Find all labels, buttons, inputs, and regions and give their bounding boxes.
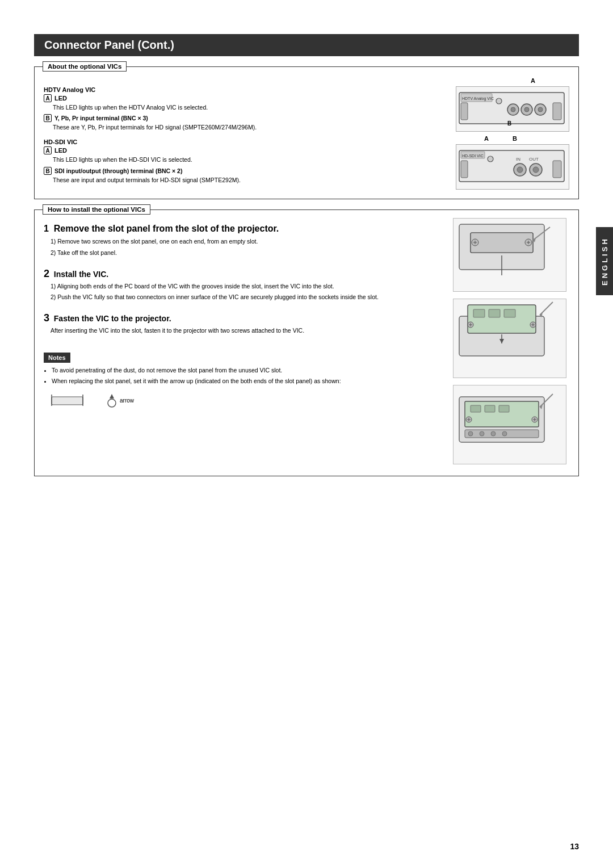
hdsdi-a-label: A	[44, 146, 52, 154]
about-vics-text: HDTV Analog VIC A LED This LED lights up…	[44, 75, 435, 191]
hdtv-vic-title: HDTV Analog VIC	[44, 86, 435, 93]
hdtv-led-row: A LED	[44, 94, 435, 102]
arrow-label: arrow	[120, 397, 134, 404]
page-number: 13	[570, 842, 579, 851]
svg-point-16	[488, 156, 493, 162]
step1-title: 1 Remove the slot panel from the slot of…	[44, 224, 444, 234]
hdsdi-b-title: SDI input/output (through) terminal (BNC…	[54, 167, 182, 174]
hdtv-led-desc: This LED lights up when the HDTV Analog …	[53, 103, 435, 112]
section-title: Connector Panel (Cont.)	[34, 34, 579, 56]
svg-rect-43	[468, 305, 536, 333]
svg-point-72	[480, 431, 484, 436]
hdtv-b-label: B	[44, 114, 52, 122]
hdsdi-b-desc: These are input and output terminals for…	[53, 176, 435, 184]
install-vics-panel: How to install the optional VICs 1 Remov…	[34, 209, 579, 476]
hdsdi-diagram: A B HD-SDI VIC IN OUT	[456, 144, 569, 191]
hdsdi-b-row: B SDI input/output (through) terminal (B…	[44, 167, 435, 175]
hdsdi-vic-svg: HD-SDI VIC IN OUT	[456, 144, 569, 190]
step2-title: 2 Install the VIC.	[44, 268, 444, 280]
step2-number: 2	[44, 268, 49, 279]
hdtv-vic-svg: HDTV Analog VIC	[456, 86, 569, 132]
hdtv-b-row: B Y, Pb, Pr input terminal (BNC × 3)	[44, 114, 435, 122]
svg-rect-23	[553, 161, 561, 178]
about-vics-panel: About the optional VICs HDTV Analog VIC …	[34, 66, 579, 199]
svg-rect-25	[52, 397, 83, 405]
svg-rect-60	[485, 405, 495, 412]
install-content: 1 Remove the slot panel from the slot of…	[44, 218, 569, 468]
step3-title: 3 Fasten the VIC to the projector.	[44, 312, 444, 324]
svg-point-3	[496, 98, 502, 104]
svg-rect-10	[553, 103, 561, 120]
step2-sub1: 1) Aligning both ends of the PC board of…	[51, 282, 444, 291]
svg-text:IN: IN	[516, 157, 520, 162]
svg-rect-44	[473, 309, 485, 317]
hdtv-led-label: LED	[54, 95, 67, 102]
note1: To avoid penetrating of the dust, do not…	[52, 366, 444, 375]
page-wrapper: Connector Panel (Cont.) About the option…	[0, 0, 613, 868]
hdsdi-vic-title: HD-SDI VIC	[44, 139, 435, 145]
svg-text:OUT: OUT	[529, 157, 539, 162]
svg-rect-11	[461, 103, 468, 120]
hdtv-a-label: A	[44, 94, 52, 102]
about-vics-label: About the optional VICs	[43, 61, 127, 72]
hdsdi-led-desc: This LED lights up when the HD-SDI VIC i…	[53, 156, 435, 164]
svg-point-5	[511, 107, 515, 112]
step3-container: 3 Fasten the VIC to the projector. After…	[44, 312, 444, 336]
notes-section: Notes To avoid penetrating of the dust, …	[44, 353, 444, 411]
step1-sub1: 1) Remove two screws on the slot panel, …	[51, 237, 444, 246]
svg-rect-46	[504, 309, 515, 317]
install-vics-label: How to install the optional VICs	[43, 204, 150, 215]
svg-text:B: B	[507, 120, 511, 127]
svg-rect-70	[465, 430, 539, 438]
svg-point-22	[533, 167, 539, 173]
svg-text:HDTV Analog VIC: HDTV Analog VIC	[462, 97, 494, 101]
step1-container: 1 Remove the slot panel from the slot of…	[44, 224, 444, 258]
note2: When replacing the slot panel, set it wi…	[52, 377, 444, 386]
hdtv-a-marker: A	[531, 77, 535, 84]
step2-sub2: 2) Push the VIC fully so that two connec…	[51, 293, 444, 302]
step3-desc: After inserting the VIC into the slot, f…	[51, 326, 444, 336]
install-diagrams	[450, 218, 569, 468]
hdsdi-b-label: B	[44, 167, 52, 175]
arrow-diagram: arrow	[51, 390, 444, 410]
slot-panel-svg	[51, 390, 102, 410]
hdtv-b-desc: These are Y, Pb, Pr input terminals for …	[53, 123, 435, 132]
about-vics-diagrams: A HDTV Analog VIC	[444, 75, 569, 191]
step2-container: 2 Install the VIC. 1) Aligning both ends…	[44, 268, 444, 303]
svg-point-20	[517, 167, 523, 173]
svg-point-9	[538, 107, 543, 112]
svg-point-73	[491, 431, 496, 436]
svg-point-28	[108, 399, 116, 407]
hdsdi-led-label: LED	[54, 147, 67, 154]
step2-diagram	[453, 299, 566, 378]
svg-rect-59	[471, 405, 481, 412]
circle-arrow-svg	[106, 393, 117, 408]
hdtv-b-title: Y, Pb, Pr input terminal (BNC × 3)	[54, 115, 148, 121]
notes-label: Notes	[44, 353, 70, 363]
svg-line-55	[540, 302, 553, 315]
hdsdi-b-marker2: B	[513, 135, 517, 142]
hdsdi-a-marker2: A	[484, 135, 489, 142]
english-tab: ENGLISH	[596, 227, 613, 295]
svg-rect-61	[499, 405, 509, 412]
svg-rect-45	[489, 309, 500, 317]
svg-point-7	[524, 107, 529, 112]
svg-point-71	[468, 431, 473, 436]
about-vics-content: HDTV Analog VIC A LED This LED lights up…	[44, 75, 569, 191]
step3-number: 3	[44, 312, 49, 324]
svg-point-74	[502, 431, 507, 436]
step1-sub2: 2) Take off the slot panel.	[51, 249, 444, 258]
svg-rect-24	[461, 161, 468, 178]
step1-diagram	[453, 218, 566, 292]
notes-list: To avoid penetrating of the dust, do not…	[44, 366, 444, 386]
step1-number: 1	[44, 224, 49, 233]
svg-text:HD-SDI VIC: HD-SDI VIC	[462, 154, 484, 158]
svg-marker-29	[110, 394, 114, 399]
step3-diagram	[453, 385, 566, 464]
arrow-up-section: arrow	[106, 393, 134, 408]
svg-rect-32	[471, 233, 533, 253]
install-steps: 1 Remove the slot panel from the slot of…	[44, 218, 444, 468]
hdtv-diagram: A HDTV Analog VIC	[456, 86, 569, 133]
hdsdi-led-row: A LED	[44, 146, 435, 154]
